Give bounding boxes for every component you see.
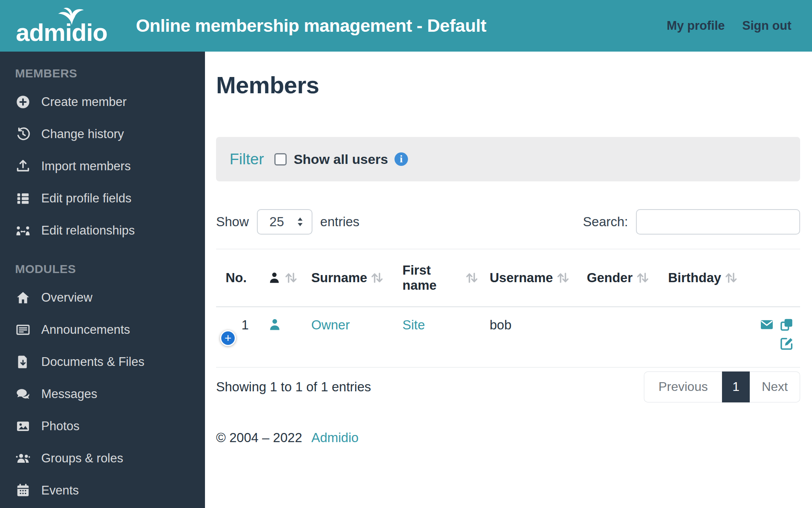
file-download-icon bbox=[15, 354, 31, 370]
sidebar-item-import-members[interactable]: Import members bbox=[0, 150, 205, 182]
sidebar-item-documents-files[interactable]: Documents & Files bbox=[0, 346, 205, 378]
sidebar-item-change-history[interactable]: Change history bbox=[0, 118, 205, 150]
cell-gender bbox=[587, 307, 668, 367]
photo-icon bbox=[15, 418, 31, 434]
entries-info: Showing 1 to 1 of 1 entries bbox=[216, 379, 371, 394]
cell-actions bbox=[749, 307, 800, 367]
info-icon[interactable]: i bbox=[395, 152, 408, 166]
list-icon bbox=[15, 190, 31, 206]
messages-icon bbox=[15, 386, 31, 402]
page-footer: © 2004 – 2022 Admidio bbox=[216, 430, 800, 445]
column-header-member[interactable] bbox=[268, 249, 311, 307]
cell-member-icon bbox=[268, 307, 311, 367]
search-control: Search: bbox=[583, 209, 800, 235]
sidebar-item-groups-roles[interactable]: Groups & roles bbox=[0, 442, 205, 474]
column-header-actions bbox=[749, 249, 800, 307]
sort-icon bbox=[556, 272, 570, 284]
sidebar-item-announcements[interactable]: Announcements bbox=[0, 314, 205, 346]
sort-icon bbox=[465, 272, 479, 284]
search-label: Search: bbox=[583, 214, 628, 229]
table-header-row: No. Surname bbox=[216, 249, 800, 307]
plus-circle-icon bbox=[15, 94, 31, 110]
upload-icon bbox=[15, 158, 31, 174]
my-profile-link[interactable]: My profile bbox=[667, 19, 725, 33]
app-title: Online membership management - Default bbox=[136, 15, 486, 36]
column-header-gender[interactable]: Gender bbox=[587, 249, 668, 307]
cell-surname: Owner bbox=[311, 307, 402, 367]
admidio-bird-icon bbox=[57, 7, 86, 25]
main-content: Members Filter Show all users i Show 25 … bbox=[205, 52, 812, 508]
table-row: + 1 Owner Site bob bbox=[216, 307, 800, 367]
column-header-birthday[interactable]: Birthday bbox=[668, 249, 749, 307]
sidebar-item-edit-profile-fields[interactable]: Edit profile fields bbox=[0, 182, 205, 214]
pagination: Previous 1 Next bbox=[644, 371, 800, 402]
column-header-surname[interactable]: Surname bbox=[311, 249, 402, 307]
members-table: No. Surname bbox=[216, 249, 800, 368]
sidebar-item-overview[interactable]: Overview bbox=[0, 281, 205, 314]
edit-icon[interactable] bbox=[779, 337, 794, 351]
message-icon[interactable] bbox=[760, 318, 774, 332]
cell-no: + 1 bbox=[216, 307, 268, 367]
sidebar-heading-members: MEMBERS bbox=[15, 67, 205, 80]
calendar-icon bbox=[15, 483, 31, 498]
filter-toggle[interactable]: Filter bbox=[230, 150, 264, 168]
sort-icon bbox=[284, 272, 298, 284]
relationships-icon bbox=[15, 223, 31, 239]
sidebar: MEMBERS Create member Change history Imp… bbox=[0, 52, 205, 508]
table-footer-bar: Showing 1 to 1 of 1 entries Previous 1 N… bbox=[216, 371, 800, 402]
pagination-page-1-button[interactable]: 1 bbox=[722, 371, 750, 402]
history-icon bbox=[15, 126, 31, 142]
admidio-link[interactable]: Admidio bbox=[311, 430, 358, 445]
length-control: Show 25 entries bbox=[216, 209, 360, 235]
sign-out-link[interactable]: Sign out bbox=[742, 19, 791, 33]
filter-panel: Filter Show all users i bbox=[216, 137, 800, 181]
cell-username: bob bbox=[490, 307, 587, 367]
column-header-username[interactable]: Username bbox=[490, 249, 587, 307]
search-input[interactable] bbox=[636, 209, 800, 235]
first-name-link[interactable]: Site bbox=[402, 318, 425, 332]
top-nav: My profile Sign out bbox=[667, 19, 791, 33]
copy-icon[interactable] bbox=[779, 318, 794, 332]
sort-icon bbox=[724, 272, 738, 284]
copyright-text: © 2004 – 2022 bbox=[216, 430, 302, 445]
sidebar-item-events[interactable]: Events bbox=[0, 474, 205, 506]
sidebar-item-photos[interactable]: Photos bbox=[0, 410, 205, 442]
groups-icon bbox=[15, 450, 31, 466]
column-header-first-name[interactable]: First name bbox=[402, 249, 490, 307]
surname-link[interactable]: Owner bbox=[311, 318, 350, 332]
person-icon bbox=[268, 271, 281, 285]
table-controls: Show 25 entries Search: bbox=[216, 209, 800, 235]
row-expand-button[interactable]: + bbox=[220, 330, 236, 346]
person-icon[interactable] bbox=[268, 318, 282, 332]
pagination-previous-button[interactable]: Previous bbox=[644, 371, 722, 402]
page-title: Members bbox=[216, 71, 800, 99]
newspaper-icon bbox=[15, 322, 31, 338]
cell-birthday bbox=[668, 307, 749, 367]
sidebar-item-edit-relationships[interactable]: Edit relationships bbox=[0, 214, 205, 246]
entries-select[interactable]: 25 bbox=[257, 209, 312, 235]
select-caret-icon bbox=[296, 216, 304, 228]
sidebar-item-messages[interactable]: Messages bbox=[0, 378, 205, 410]
sort-icon bbox=[370, 272, 384, 284]
app-logo[interactable]: admidio bbox=[16, 7, 107, 45]
show-all-users-checkbox[interactable] bbox=[274, 153, 287, 165]
show-all-users-label: Show all users bbox=[294, 152, 388, 167]
home-icon bbox=[15, 290, 31, 306]
sidebar-heading-modules: MODULES bbox=[15, 262, 205, 276]
sidebar-item-create-member[interactable]: Create member bbox=[0, 86, 205, 118]
cell-first-name: Site bbox=[402, 307, 490, 367]
column-header-no: No. bbox=[216, 249, 268, 307]
app-header: admidio Online membership management - D… bbox=[0, 0, 812, 52]
pagination-next-button[interactable]: Next bbox=[750, 371, 800, 402]
sort-icon bbox=[636, 272, 649, 284]
